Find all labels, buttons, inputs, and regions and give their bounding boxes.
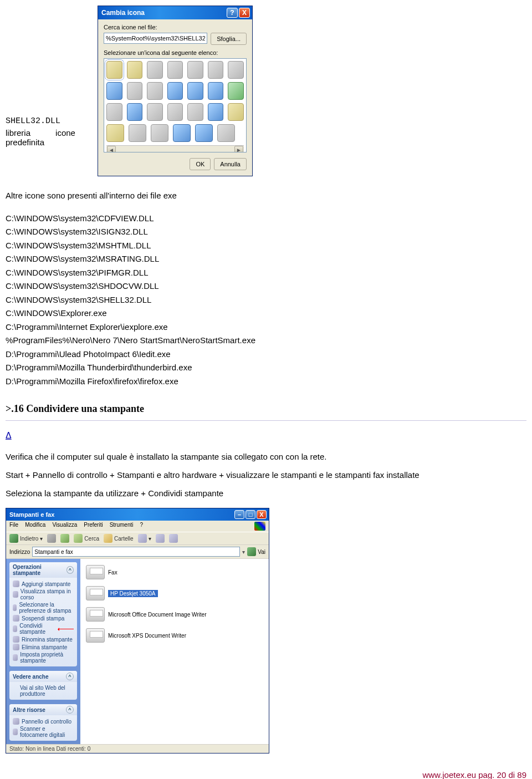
search2-icon[interactable] <box>208 103 224 121</box>
icon-path-input[interactable] <box>104 33 207 44</box>
sidebar-other-item[interactable]: Pannello di controllo <box>13 717 74 725</box>
menu-help[interactable]: ? <box>140 522 143 531</box>
printer-item[interactable]: Microsoft XPS Document Writer <box>85 627 264 644</box>
scroll-left-icon[interactable]: ◄ <box>107 146 116 152</box>
file-path: C:\WINDOWS\system32\SHDOCVW.DLL <box>6 280 526 293</box>
panel-icon[interactable] <box>173 124 191 142</box>
scroll-right-icon[interactable]: ► <box>234 146 243 152</box>
divider <box>6 420 526 421</box>
horizontal-scrollbar[interactable]: ◄ ► <box>106 145 244 152</box>
network-icon[interactable] <box>187 82 203 100</box>
sidebar-op-item[interactable]: Condividi stampante <box>13 622 74 635</box>
see-also-title: Vedere anche <box>13 674 48 680</box>
netdrive-icon[interactable] <box>187 103 203 121</box>
printer-icon[interactable] <box>187 61 203 79</box>
folders-button[interactable]: Cartelle <box>104 534 133 543</box>
address-input[interactable] <box>32 547 240 557</box>
sidebar-seealso-item[interactable]: Vai al sito Web del produttore <box>13 684 74 697</box>
icon-grid[interactable]: ◄ ► <box>104 58 247 152</box>
views-button[interactable]: ▾ <box>138 534 151 543</box>
collapse-icon[interactable]: ^ <box>66 673 74 680</box>
sidebar-op-item[interactable]: Aggiungi stampante <box>13 580 74 588</box>
close-button[interactable]: X <box>239 8 250 18</box>
extra2-button[interactable] <box>169 534 178 543</box>
shell32-label: SHELL32.DLL <box>6 116 98 126</box>
sidebar-op-item[interactable]: Visualizza stampa in corso <box>13 588 74 601</box>
file-path: D:\Programmi\Ulead PhotoImpact 6\Iedit.e… <box>6 348 526 361</box>
printer-icon <box>86 565 105 579</box>
disk-icon[interactable] <box>147 61 163 79</box>
file-path: C:\WINDOWS\system32\SHELL32.DLL <box>6 294 526 307</box>
check-icon[interactable] <box>228 82 244 100</box>
up-icon <box>60 534 69 543</box>
browse-button[interactable]: Sfoglia... <box>211 33 247 45</box>
floppy-icon[interactable] <box>208 61 224 79</box>
collapse-icon[interactable]: ^ <box>66 706 74 714</box>
printer-item[interactable]: HP Deskjet 3050A <box>85 584 264 602</box>
drive-icon[interactable] <box>228 61 244 79</box>
sidebar-op-item[interactable]: Sospendi stampa <box>13 614 74 622</box>
file-path: D:\Programmi\Mozilla Thunderbird\thunder… <box>6 362 526 374</box>
left-caption: SHELL32.DLL libreria predefinita icone <box>6 6 98 147</box>
gear-icon[interactable] <box>151 124 168 142</box>
printer-item[interactable]: Fax <box>85 563 264 581</box>
disk2-icon[interactable] <box>129 124 146 142</box>
sidebar-other-item[interactable]: Scanner e fotocamere digitali <box>13 725 74 739</box>
sidebar-op-item[interactable]: Rinomina stampante <box>13 635 74 643</box>
op-icon <box>13 591 18 598</box>
dialog-titlebar[interactable]: Cambia icona ? X <box>98 6 252 19</box>
computer-icon[interactable] <box>127 82 143 100</box>
cancel-button[interactable]: Annulla <box>214 158 247 170</box>
delta-link[interactable]: Δ <box>6 431 12 441</box>
change-icon-dialog: Cambia icona ? X Cerca icone nel file: S… <box>98 6 253 176</box>
help2-icon[interactable] <box>217 124 235 142</box>
folder2-icon[interactable] <box>228 103 244 121</box>
menu-tools[interactable]: Strumenti <box>110 522 134 531</box>
go-button[interactable]: Vai <box>247 547 265 556</box>
maximize-button[interactable]: □ <box>245 510 255 519</box>
zip-icon[interactable] <box>106 103 122 121</box>
hdd-icon[interactable] <box>147 103 163 121</box>
menu-bar: File Modifica Visualizza Preferiti Strum… <box>6 521 269 532</box>
cdrom-icon[interactable] <box>167 103 183 121</box>
calendar-icon[interactable] <box>195 124 213 142</box>
close-window-button[interactable]: X <box>257 510 267 519</box>
printer-label: Fax <box>108 569 117 576</box>
sidebar-op-item[interactable]: Selezionare la preferenze di stampa <box>13 601 74 614</box>
menu-edit[interactable]: Modifica <box>25 522 45 531</box>
windows-logo-icon <box>254 522 265 531</box>
note-icon[interactable] <box>106 82 122 100</box>
menu-file[interactable]: File <box>9 522 18 531</box>
res-icon <box>13 729 18 735</box>
window-titlebar[interactable]: Stampanti e fax – □ X <box>6 508 269 521</box>
ok-button[interactable]: OK <box>190 158 211 170</box>
file-path: C:\Programmi\Internet Explorer\iexplore.… <box>6 321 526 334</box>
collapse-icon[interactable]: ^ <box>66 566 74 574</box>
printers-window: Stampanti e fax – □ X File Modifica Visu… <box>6 508 269 753</box>
search-button[interactable]: Cerca <box>74 534 99 543</box>
dialog-title: Cambia icona <box>101 9 145 17</box>
back-button[interactable]: Indietro ▾ <box>9 534 43 543</box>
up-button[interactable] <box>60 534 69 543</box>
folder-icon[interactable] <box>127 61 143 79</box>
folders-icon <box>104 534 112 543</box>
menu-favorites[interactable]: Preferiti <box>84 522 103 531</box>
sidebar-op-item[interactable]: Elimina stampante <box>13 643 74 651</box>
printer-item[interactable]: Microsoft Office Document Image Writer <box>85 605 264 623</box>
menu-view[interactable]: Visualizza <box>52 522 77 531</box>
printer-icon <box>86 628 105 643</box>
save-icon[interactable] <box>127 103 143 121</box>
forward-button[interactable] <box>47 534 56 543</box>
globe-icon[interactable] <box>167 82 183 100</box>
res-icon <box>13 718 19 725</box>
monitor-icon[interactable] <box>208 82 224 100</box>
op-icon <box>13 636 19 643</box>
cd-icon[interactable] <box>147 82 163 100</box>
extra1-button[interactable] <box>156 534 165 543</box>
minimize-button[interactable]: – <box>234 510 244 519</box>
file-icon[interactable] <box>106 61 122 79</box>
help-button[interactable]: ? <box>227 8 238 18</box>
chip-icon[interactable] <box>167 61 183 79</box>
sidebar-op-item[interactable]: Imposta proprietà stampante <box>13 651 74 664</box>
openfolder-icon[interactable] <box>106 124 124 142</box>
